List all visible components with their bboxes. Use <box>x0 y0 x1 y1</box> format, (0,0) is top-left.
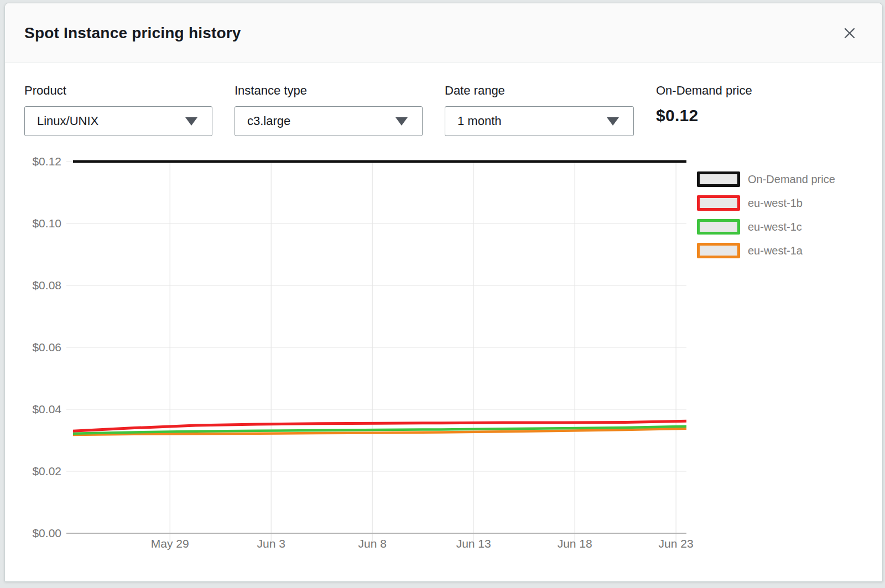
date-range-dropdown[interactable]: 1 month <box>445 106 634 136</box>
dialog-header: Spot Instance pricing history <box>5 3 882 63</box>
legend-item: eu-west-1c <box>697 219 835 235</box>
dialog-body: Product Linux/UNIX Instance type c3.larg… <box>5 63 882 564</box>
y-axis-tick-label: $0.00 <box>5 526 61 540</box>
y-axis-tick-label: $0.02 <box>5 464 61 478</box>
close-icon <box>841 25 858 41</box>
x-axis-tick-label: Jun 8 <box>334 537 411 551</box>
chevron-down-icon <box>185 117 197 126</box>
product-selected-value: Linux/UNIX <box>37 114 98 128</box>
date-range-label: Date range <box>445 84 634 98</box>
product-group: Product Linux/UNIX <box>24 84 212 136</box>
pricing-history-chart: On-Demand priceeu-west-1beu-west-1ceu-we… <box>5 149 882 564</box>
x-axis-tick-label: Jun 23 <box>637 537 715 551</box>
x-axis-tick-label: Jun 3 <box>232 537 310 551</box>
legend-item: eu-west-1a <box>697 243 835 258</box>
legend-item: eu-west-1b <box>697 195 835 211</box>
legend-label: eu-west-1b <box>748 197 803 210</box>
y-axis-tick-label: $0.06 <box>5 340 61 355</box>
x-axis-tick-label: May 29 <box>131 537 209 551</box>
product-label: Product <box>24 84 212 98</box>
on-demand-price-label: On-Demand price <box>656 84 752 98</box>
y-axis-tick-label: $0.08 <box>5 278 61 293</box>
legend-label: eu-west-1a <box>748 244 803 257</box>
legend-swatch-icon <box>697 243 740 258</box>
product-dropdown[interactable]: Linux/UNIX <box>24 106 212 136</box>
on-demand-price-group: On-Demand price $0.12 <box>656 84 752 136</box>
legend-swatch-icon <box>697 219 740 235</box>
legend-label: eu-west-1c <box>748 221 802 233</box>
legend-item: On-Demand price <box>697 171 835 187</box>
x-axis-tick-label: Jun 13 <box>435 537 512 551</box>
date-range-selected-value: 1 month <box>457 114 502 128</box>
chart-legend: On-Demand priceeu-west-1beu-west-1ceu-we… <box>697 171 835 267</box>
dialog-title: Spot Instance pricing history <box>24 24 241 42</box>
instance-type-selected-value: c3.large <box>247 114 290 128</box>
x-axis-tick-label: Jun 18 <box>536 537 613 551</box>
instance-type-dropdown[interactable]: c3.large <box>235 106 423 136</box>
legend-label: On-Demand price <box>748 173 835 186</box>
chevron-down-icon <box>395 117 408 126</box>
instance-type-label: Instance type <box>235 84 423 98</box>
filter-controls: Product Linux/UNIX Instance type c3.larg… <box>5 84 882 136</box>
y-axis-tick-label: $0.12 <box>5 154 61 169</box>
plot-canvas <box>66 162 686 543</box>
chevron-down-icon <box>607 117 619 126</box>
spot-pricing-dialog: Spot Instance pricing history Product Li… <box>4 3 883 582</box>
on-demand-price-value: $0.12 <box>656 106 752 125</box>
y-axis-tick-label: $0.10 <box>5 216 61 231</box>
legend-swatch-icon <box>697 171 740 187</box>
y-axis-tick-label: $0.04 <box>5 402 61 417</box>
instance-type-group: Instance type c3.large <box>235 84 423 136</box>
legend-swatch-icon <box>697 195 740 211</box>
date-range-group: Date range 1 month <box>445 84 634 136</box>
close-button[interactable] <box>840 24 859 43</box>
